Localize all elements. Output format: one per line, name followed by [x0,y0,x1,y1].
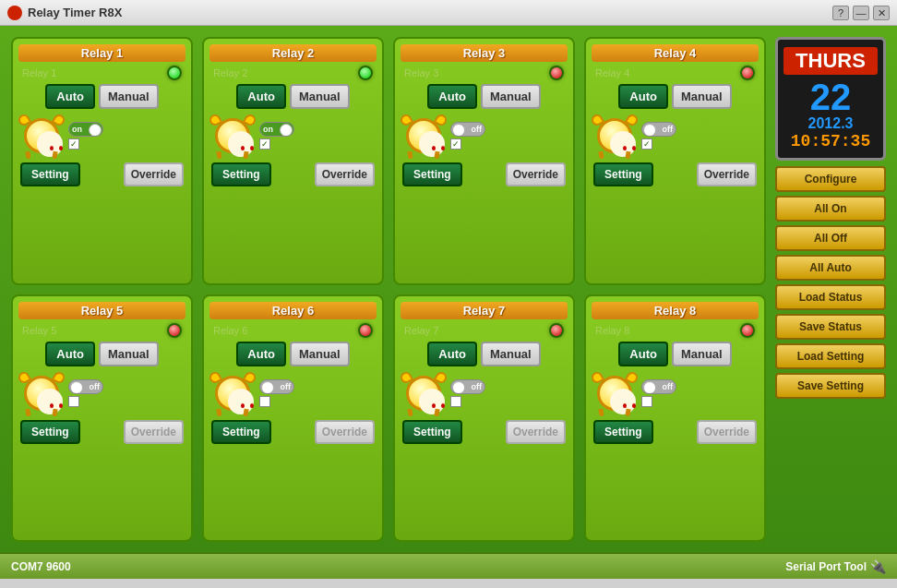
alarm-clock-4[interactable] [592,113,638,159]
override-button-8[interactable]: Override [697,420,757,444]
override-button-5[interactable]: Override [124,420,184,444]
override-checkbox-row-8 [641,396,759,407]
saveSetting-button[interactable]: Save Setting [775,373,886,399]
relay-card-1: Relay 1 Relay 1 Auto Manual [11,37,193,285]
alarm-clock-5[interactable] [18,370,65,416]
manual-button-1[interactable]: Manual [99,84,159,109]
alarm-clock-8[interactable] [592,370,638,416]
auto-button-8[interactable]: Auto [618,342,668,366]
saveStatus-button[interactable]: Save Status [775,314,886,340]
setting-button-7[interactable]: Setting [402,420,462,444]
allOn-button[interactable]: All On [775,196,886,222]
clock-leg-left-1 [25,151,30,160]
clock-eyes-4 [623,146,636,150]
override-checkbox-3[interactable] [450,138,461,150]
setting-button-2[interactable]: Setting [211,162,271,186]
loadStatus-button[interactable]: Load Status [775,284,886,310]
alarm-clock-7[interactable] [401,370,447,416]
override-checkbox-5[interactable] [68,396,79,407]
override-checkbox-1[interactable] [68,138,79,150]
override-button-6[interactable]: Override [315,420,375,444]
override-button-3[interactable]: Override [506,162,566,186]
help-button[interactable]: ? [832,6,849,20]
toggle-label-2: on [263,123,273,136]
toggle-track-6[interactable]: off [259,379,294,394]
relay-setting-row-4: Setting Override [592,162,759,186]
override-panel-6: off [259,379,377,407]
configure-button[interactable]: Configure [775,166,886,192]
setting-button-6[interactable]: Setting [211,420,271,444]
clock-face-4 [610,131,636,157]
relay-setting-row-3: Setting Override [401,162,568,186]
day-display: THURS [783,47,878,75]
toggle-track-2[interactable]: on [259,122,294,137]
toggle-track-4[interactable]: off [641,122,676,137]
relay-middle-3: off [401,113,568,159]
clock-eyes-6 [241,403,254,408]
auto-button-5[interactable]: Auto [45,342,95,366]
override-button-7[interactable]: Override [506,420,566,444]
alarm-clock-6[interactable] [209,370,256,416]
auto-button-1[interactable]: Auto [45,84,95,109]
alarm-clock-2[interactable] [209,113,256,159]
loadSetting-button[interactable]: Load Setting [775,343,886,369]
clock-eye-right-1 [59,146,63,150]
allAuto-button[interactable]: All Auto [775,255,886,281]
relay-led-3 [549,66,564,80]
manual-button-5[interactable]: Manual [99,342,159,366]
manual-button-6[interactable]: Manual [290,342,350,366]
override-button-4[interactable]: Override [697,162,757,186]
override-checkbox-7[interactable] [450,396,461,407]
right-panel: THURS 22 2012.3 10:57:35 ConfigureAll On… [775,37,886,542]
auto-button-3[interactable]: Auto [427,84,477,109]
clock-eyes-5 [50,403,63,408]
manual-button-2[interactable]: Manual [290,84,350,109]
override-checkbox-6[interactable] [259,396,270,407]
close-button[interactable]: ✕ [873,6,890,20]
override-button-1[interactable]: Override [124,162,184,186]
allOff-button[interactable]: All Off [775,225,886,251]
toggle-track-1[interactable]: on [68,122,103,137]
manual-button-7[interactable]: Manual [481,342,541,366]
clock-eye-left-4 [623,146,627,150]
toggle-track-8[interactable]: off [641,379,676,394]
override-checkbox-8[interactable] [641,396,652,407]
relay-middle-6: off [209,370,377,416]
auto-button-6[interactable]: Auto [236,342,286,366]
tool-name: Serial Port Tool [785,560,867,573]
relay-card-6: Relay 6 Relay 6 Auto Manual [202,294,384,543]
override-checkbox-4[interactable] [641,138,652,150]
toggle-track-5[interactable]: off [68,379,103,394]
clock-face-7 [419,389,445,414]
manual-button-4[interactable]: Manual [672,84,732,109]
setting-button-3[interactable]: Setting [402,162,462,186]
override-button-2[interactable]: Override [315,162,375,186]
setting-button-4[interactable]: Setting [593,162,653,186]
auto-button-4[interactable]: Auto [618,84,668,109]
relay-middle-1: on [18,113,185,159]
relay-led-1 [167,66,182,80]
relay-setting-row-8: Setting Override [592,420,759,444]
manual-button-8[interactable]: Manual [672,342,732,366]
relay-card-5: Relay 5 Relay 5 Auto Manual [11,294,193,543]
alarm-clock-3[interactable] [401,113,447,159]
override-checkbox-row-6 [259,396,377,407]
relay-led-2 [358,66,373,80]
clock-leg-left-7 [407,408,413,416]
auto-button-2[interactable]: Auto [236,84,286,109]
setting-button-8[interactable]: Setting [593,420,653,444]
minimize-button[interactable]: — [853,6,869,20]
relay-title-8: Relay 8 [592,302,759,319]
relay-status-row-3: Relay 3 [401,66,568,80]
setting-button-5[interactable]: Setting [20,420,80,444]
override-checkbox-2[interactable] [259,138,270,150]
toggle-track-7[interactable]: off [450,379,485,394]
toggle-track-3[interactable]: off [450,122,485,137]
setting-button-1[interactable]: Setting [20,162,80,186]
alarm-clock-1[interactable] [18,113,65,159]
manual-button-3[interactable]: Manual [481,84,541,109]
date-time-box: THURS 22 2012.3 10:57:35 [775,37,886,161]
app-icon [7,6,22,20]
auto-button-7[interactable]: Auto [427,342,477,366]
relay-setting-row-6: Setting Override [209,420,377,444]
